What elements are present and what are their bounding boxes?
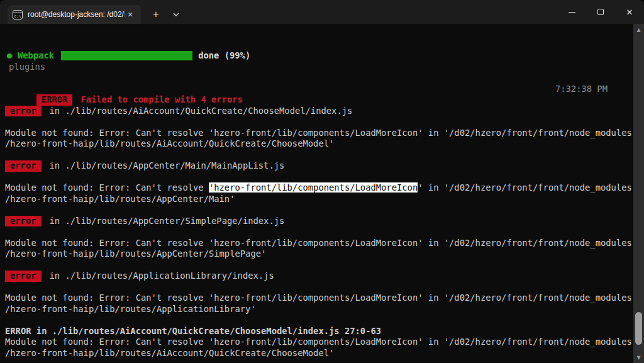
error-summary-message: Failed to compile with 4 errors [80,94,243,104]
error-group: errorin ./lib/routes/AppCenter/Main/Main… [5,160,633,216]
final-error-header: ERROR in ./lib/routes/AiAccount/QuickCre… [5,326,633,337]
close-icon: ✕ [626,8,633,17]
error-file: in ./lib/routes/AppCenter/Main/MainAppLi… [50,160,285,170]
error-message-line2: /hzero-front-haip/lib/routes/AppCenter/S… [5,249,633,260]
error-message-line2: /hzero-front-haip/lib/routes/AppCenter/M… [5,194,633,205]
message-text: ' in '/d02/hzero/front/front/node_module… [418,182,632,193]
tab-dropdown-button[interactable] [167,5,185,24]
webpack-progress-row: Webpack done (99%) [5,50,633,62]
timestamp: 7:32:38 PM [555,84,608,95]
scrollbar[interactable]: ▲ ▼ [633,24,644,363]
tab-close-icon[interactable]: ✕ [125,9,136,20]
final-error-group: ERROR in ./lib/routes/AiAccount/QuickCre… [5,326,633,359]
webpack-status: done (99%) [198,50,250,62]
terminal-window: c:\ root@desktop-jacksen: /d02/h ✕ + ✕ W… [0,0,644,363]
error-group: errorin ./lib/routes/AiAccount/QuickCrea… [5,106,633,161]
error-message-line1: Module not found: Error: Can't resolve '… [5,182,633,194]
error-message-line2: /hzero-front-haip/lib/routes/AiAccount/Q… [5,138,633,150]
terminal-tab[interactable]: c:\ root@desktop-jacksen: /d02/h ✕ [8,5,141,24]
minimize-button[interactable] [557,0,586,24]
close-button[interactable]: ✕ [615,0,644,24]
error-message-line2: /hzero-front-haip/lib/routes/AiAccount/Q… [5,348,633,359]
webpack-label: Webpack [18,50,54,62]
error-summary-badge: ERROR [36,94,73,106]
selected-text: 'hzero-front/lib/components/LoadMoreIcon [209,182,418,193]
webpack-plugins-label: plugins [5,62,633,73]
maximize-icon [597,9,604,15]
scroll-down-icon[interactable]: ▼ [633,353,644,362]
error-message-line2: /hzero-front-haip/lib/routes/Application… [5,304,633,315]
error-badge: error [5,271,42,282]
scroll-up-icon[interactable]: ▲ [633,25,644,34]
message-text: Module not found: Error: Can't resolve [5,182,209,193]
command-prompt-icon: c:\ [13,10,23,20]
scrollbar-thumb[interactable] [635,312,642,345]
message-text: Module not found: Error: Can't resolve '… [5,293,632,303]
terminal-content[interactable]: Webpack done (99%) plugins ERRORFailed t… [0,24,633,363]
error-summary-row: ERRORFailed to compile with 4 errors 7:3… [5,84,633,95]
error-message-line1: Module not found: Error: Can't resolve '… [5,293,633,304]
tab-title: root@desktop-jacksen: /d02/h [28,10,125,19]
webpack-progress-bar [61,51,192,60]
new-tab-button[interactable]: + [146,5,166,24]
chevron-down-icon [173,13,179,16]
maximize-button[interactable] [586,0,615,24]
window-controls: ✕ [557,0,644,24]
error-file: in ./lib/routes/AppCenter/SimplePage/ind… [50,216,285,226]
minimize-icon [569,12,575,13]
message-text: Module not found: Error: Can't resolve '… [5,238,632,248]
error-badge: error [5,106,42,117]
error-file: in ./lib/routes/ApplicationLibrary/index… [50,271,274,281]
message-text: Module not found: Error: Can't resolve '… [5,128,632,138]
error-message-line1: Module not found: Error: Can't resolve '… [5,337,633,348]
error-badge: error [5,216,42,227]
error-group: errorin ./lib/routes/AppCenter/SimplePag… [5,216,633,271]
titlebar: c:\ root@desktop-jacksen: /d02/h ✕ + ✕ [0,0,644,24]
error-message-line1: Module not found: Error: Can't resolve '… [5,128,633,139]
error-file: in ./lib/routes/AiAccount/QuickCreate/Ch… [50,106,353,116]
svg-text:c:\: c:\ [14,13,21,18]
green-dot-icon [7,53,12,59]
error-message-line1: Module not found: Error: Can't resolve '… [5,238,633,249]
error-badge: error [5,160,42,172]
error-group: errorin ./lib/routes/ApplicationLibrary/… [5,271,633,326]
